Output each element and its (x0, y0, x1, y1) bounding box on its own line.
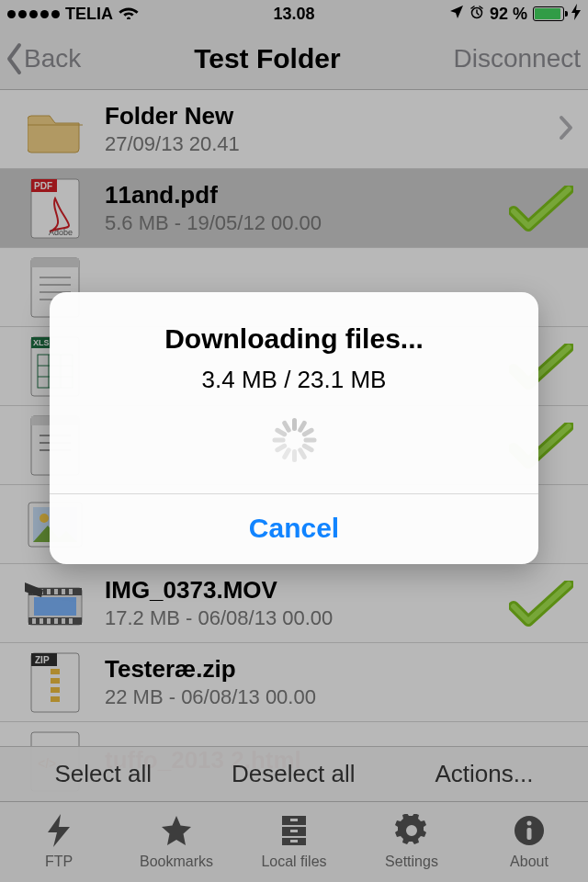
spinner-icon (272, 418, 316, 462)
modal-title: Downloading files... (68, 323, 520, 355)
screen: TELIA 13.08 92 % Back Test Folder D (0, 0, 588, 882)
cancel-button[interactable]: Cancel (50, 493, 538, 564)
download-modal: Downloading files... 3.4 MB / 23.1 MB Ca… (50, 292, 538, 564)
modal-progress: 3.4 MB / 23.1 MB (68, 366, 520, 394)
